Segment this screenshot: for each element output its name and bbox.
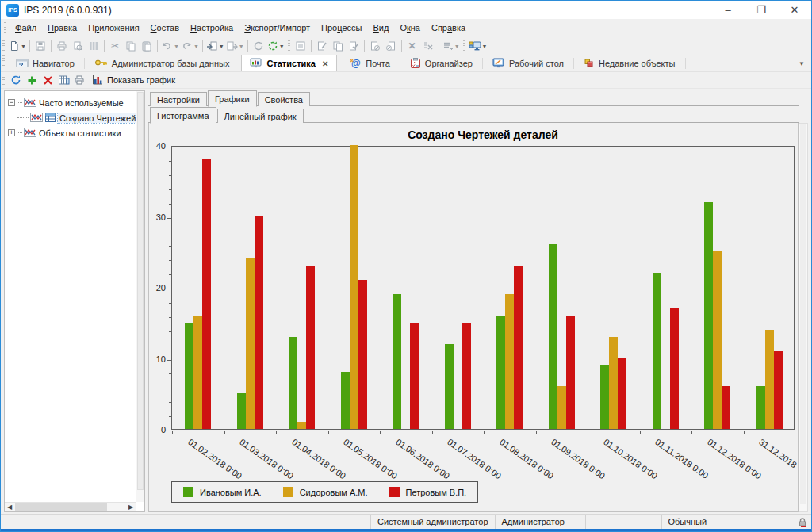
approve-object-button: [346, 38, 362, 54]
new-document-button[interactable]: ▼: [8, 38, 27, 54]
close-tab-icon[interactable]: ✕: [322, 59, 328, 68]
tab-line-chart[interactable]: Линейный график: [217, 109, 304, 123]
y-axis-tick: [169, 161, 171, 162]
tab-separator: [685, 58, 686, 69]
line-chart-icon: [24, 128, 36, 139]
bar-2-7: [505, 294, 514, 429]
chevron-down-icon[interactable]: ▼: [219, 44, 224, 49]
recent-icon: [584, 58, 595, 70]
x-axis-label: 01.09.2018 0:00: [550, 437, 607, 480]
navigator-tree-panel: − Часто используемые Создано Чертеж: [4, 90, 145, 512]
print-button[interactable]: [71, 72, 87, 88]
menu-настройка[interactable]: Настройка: [185, 20, 239, 36]
y-axis-tick: [169, 317, 171, 318]
tab-properties[interactable]: Свойства: [258, 92, 310, 106]
tab-separator: [339, 58, 339, 69]
chevron-down-icon: ▼: [174, 44, 179, 49]
menu-состав[interactable]: Состав: [145, 20, 185, 36]
tree-item-statistics-objects[interactable]: + Объекты статистики: [8, 125, 134, 140]
bar-3-11: [722, 386, 730, 429]
y-axis-label: 20: [148, 283, 166, 293]
bar-1-8: [549, 244, 557, 429]
y-axis-tick: [167, 218, 171, 219]
workspace-tab-4[interactable]: @Почта: [341, 55, 398, 71]
synchronize-button[interactable]: ▼: [266, 38, 285, 54]
workspace-tab-2[interactable]: Администратор базы данных: [86, 55, 238, 71]
menu-экспорт/импорт[interactable]: Экспорт/Импорт: [239, 20, 316, 36]
menu-вид[interactable]: Вид: [367, 20, 394, 36]
stat-toolbar-grip: [2, 75, 5, 86]
tree-label-selected[interactable]: Создано Чертежей: [58, 113, 136, 123]
chart-vertical-scrollbar[interactable]: [799, 123, 808, 512]
bar-1-5: [393, 294, 401, 429]
statistics-tree: − Часто используемые Создано Чертеж: [5, 91, 136, 502]
delete-tree-button: [420, 38, 436, 54]
undo-button: ▼: [160, 38, 180, 54]
table-view-button[interactable]: [56, 72, 71, 88]
scroll-left-icon[interactable]: ◀: [5, 503, 14, 511]
menu-правка[interactable]: Правка: [42, 20, 82, 36]
x-axis-label: 01.12.2018 0:00: [706, 437, 763, 480]
workspace-tab-label: Администратор базы данных: [112, 59, 230, 68]
x-axis-tick: [744, 431, 745, 434]
menu-справка[interactable]: Справка: [426, 20, 471, 36]
chevron-down-icon[interactable]: ▼: [21, 44, 26, 49]
tree-horizontal-scrollbar[interactable]: ◀ ▶: [5, 502, 136, 511]
show-chart-button[interactable]: Показать график: [87, 74, 180, 87]
import-object-button[interactable]: ▼: [205, 38, 225, 54]
tab-separator: [573, 58, 574, 69]
legend-label: Петровым В.П.: [406, 488, 467, 497]
remote-desktop-button[interactable]: ▼: [468, 38, 488, 54]
x-axis-tick: [276, 431, 277, 434]
main-toolbar: ▼ ✂ ▼ ▼: [1, 36, 811, 55]
x-axis-tick: [588, 431, 588, 434]
paste-button: [139, 38, 155, 54]
tree-vertical-scrollbar[interactable]: [136, 91, 144, 502]
chevron-down-icon[interactable]: ▼: [482, 44, 488, 49]
delete-button[interactable]: [40, 72, 56, 88]
expand-icon[interactable]: +: [8, 129, 15, 136]
scroll-right-icon[interactable]: ▶: [126, 503, 136, 511]
bar-1-7: [496, 316, 505, 429]
tab-charts[interactable]: Графики: [208, 90, 257, 107]
workspace-tab-5[interactable]: Органайзер: [402, 55, 481, 71]
workspace-tab-6[interactable]: Рабочий стол: [485, 55, 572, 71]
bar-3-2: [255, 216, 263, 430]
y-axis-tick: [169, 346, 171, 346]
x-axis-tick: [432, 431, 433, 434]
bar-3-12: [774, 351, 783, 429]
save-button: [33, 38, 48, 54]
bar-2-1: [193, 316, 202, 429]
menu-файл[interactable]: Файл: [10, 20, 42, 36]
workspace-tab-3[interactable]: Статистика✕: [241, 55, 337, 71]
menu-приложения[interactable]: Приложения: [82, 20, 144, 36]
chart-title: Создано Чертежей деталей: [171, 128, 795, 141]
window-bottom-border: [1, 529, 811, 531]
status-user: Администратор: [495, 515, 585, 529]
chevron-down-icon: ▼: [193, 44, 199, 49]
y-axis-tick: [169, 416, 171, 417]
minimize-button[interactable]: –: [711, 1, 745, 19]
tab-settings[interactable]: Настройки: [150, 92, 207, 106]
collapse-icon[interactable]: −: [8, 99, 15, 106]
refresh-button[interactable]: [8, 72, 24, 88]
y-axis-tick: [169, 402, 171, 403]
maximize-button[interactable]: ❐: [745, 1, 778, 19]
tree-item-created-drawings[interactable]: Создано Чертежей: [8, 110, 134, 125]
chevron-down-icon[interactable]: ▼: [279, 44, 285, 49]
x-axis-tick: [795, 431, 795, 434]
scroll-thumb[interactable]: [15, 503, 107, 511]
tabstrip-overflow-icon[interactable]: ▼: [799, 60, 805, 67]
close-button[interactable]: ✕: [778, 1, 811, 19]
workspace-tab-label: Рабочий стол: [509, 59, 564, 68]
tab-histogram[interactable]: Гистограмма: [150, 107, 216, 124]
bar-3-1: [202, 159, 211, 429]
tree-item-frequently-used[interactable]: − Часто используемые: [8, 95, 134, 110]
workspace-tab-1[interactable]: Навигатор: [8, 55, 82, 71]
chart-type-tabs: Гистограмма Линейный график: [148, 107, 808, 123]
workspace-tab-7[interactable]: Недавние объекты: [576, 55, 684, 71]
menu-процессы[interactable]: Процессы: [316, 20, 367, 36]
add-button[interactable]: [24, 72, 40, 88]
workspace-tabstrip: НавигаторАдминистратор базы данныхСтатис…: [1, 55, 811, 72]
menu-окна[interactable]: Окна: [394, 20, 426, 36]
